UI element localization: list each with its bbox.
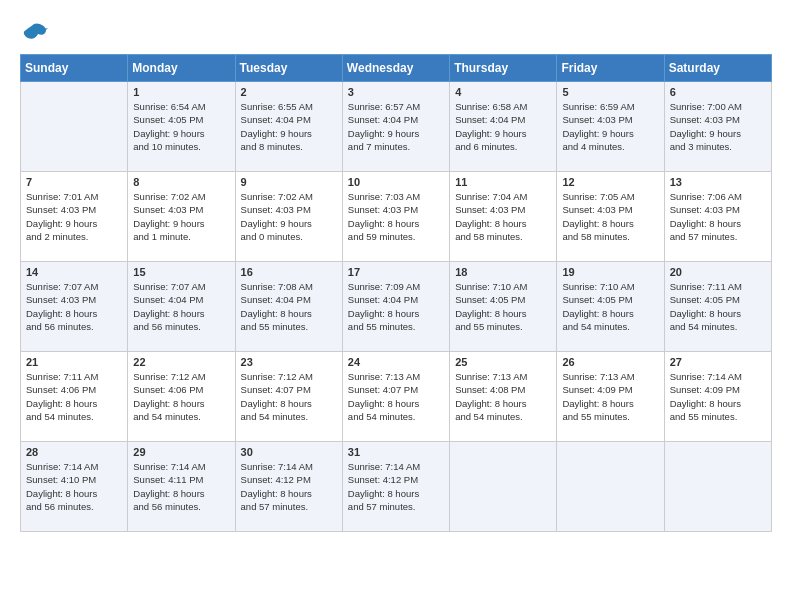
calendar-cell: 15Sunrise: 7:07 AM Sunset: 4:04 PM Dayli… bbox=[128, 262, 235, 352]
day-info: Sunrise: 7:08 AM Sunset: 4:04 PM Dayligh… bbox=[241, 280, 337, 333]
day-number: 22 bbox=[133, 356, 229, 368]
day-info: Sunrise: 7:12 AM Sunset: 4:06 PM Dayligh… bbox=[133, 370, 229, 423]
calendar-cell: 2Sunrise: 6:55 AM Sunset: 4:04 PM Daylig… bbox=[235, 82, 342, 172]
day-info: Sunrise: 7:13 AM Sunset: 4:09 PM Dayligh… bbox=[562, 370, 658, 423]
calendar-cell: 5Sunrise: 6:59 AM Sunset: 4:03 PM Daylig… bbox=[557, 82, 664, 172]
day-info: Sunrise: 7:13 AM Sunset: 4:07 PM Dayligh… bbox=[348, 370, 444, 423]
logo-bird-icon bbox=[20, 20, 48, 44]
header-day-sunday: Sunday bbox=[21, 55, 128, 82]
day-number: 31 bbox=[348, 446, 444, 458]
day-info: Sunrise: 7:04 AM Sunset: 4:03 PM Dayligh… bbox=[455, 190, 551, 243]
day-info: Sunrise: 7:10 AM Sunset: 4:05 PM Dayligh… bbox=[562, 280, 658, 333]
calendar-cell: 24Sunrise: 7:13 AM Sunset: 4:07 PM Dayli… bbox=[342, 352, 449, 442]
day-number: 3 bbox=[348, 86, 444, 98]
header-day-saturday: Saturday bbox=[664, 55, 771, 82]
calendar-cell: 22Sunrise: 7:12 AM Sunset: 4:06 PM Dayli… bbox=[128, 352, 235, 442]
day-info: Sunrise: 7:14 AM Sunset: 4:09 PM Dayligh… bbox=[670, 370, 766, 423]
calendar-cell: 16Sunrise: 7:08 AM Sunset: 4:04 PM Dayli… bbox=[235, 262, 342, 352]
day-info: Sunrise: 7:02 AM Sunset: 4:03 PM Dayligh… bbox=[241, 190, 337, 243]
day-number: 6 bbox=[670, 86, 766, 98]
calendar-cell: 23Sunrise: 7:12 AM Sunset: 4:07 PM Dayli… bbox=[235, 352, 342, 442]
calendar-week-1: 1Sunrise: 6:54 AM Sunset: 4:05 PM Daylig… bbox=[21, 82, 772, 172]
calendar-cell: 1Sunrise: 6:54 AM Sunset: 4:05 PM Daylig… bbox=[128, 82, 235, 172]
day-number: 14 bbox=[26, 266, 122, 278]
calendar-cell bbox=[21, 82, 128, 172]
page-header bbox=[20, 20, 772, 44]
calendar-cell: 21Sunrise: 7:11 AM Sunset: 4:06 PM Dayli… bbox=[21, 352, 128, 442]
calendar-cell: 14Sunrise: 7:07 AM Sunset: 4:03 PM Dayli… bbox=[21, 262, 128, 352]
calendar-cell: 17Sunrise: 7:09 AM Sunset: 4:04 PM Dayli… bbox=[342, 262, 449, 352]
calendar-cell: 3Sunrise: 6:57 AM Sunset: 4:04 PM Daylig… bbox=[342, 82, 449, 172]
day-number: 1 bbox=[133, 86, 229, 98]
day-info: Sunrise: 7:14 AM Sunset: 4:12 PM Dayligh… bbox=[241, 460, 337, 513]
calendar-cell: 20Sunrise: 7:11 AM Sunset: 4:05 PM Dayli… bbox=[664, 262, 771, 352]
day-number: 7 bbox=[26, 176, 122, 188]
day-info: Sunrise: 6:55 AM Sunset: 4:04 PM Dayligh… bbox=[241, 100, 337, 153]
day-info: Sunrise: 7:09 AM Sunset: 4:04 PM Dayligh… bbox=[348, 280, 444, 333]
day-number: 8 bbox=[133, 176, 229, 188]
day-number: 13 bbox=[670, 176, 766, 188]
day-info: Sunrise: 7:07 AM Sunset: 4:03 PM Dayligh… bbox=[26, 280, 122, 333]
day-info: Sunrise: 6:58 AM Sunset: 4:04 PM Dayligh… bbox=[455, 100, 551, 153]
day-info: Sunrise: 7:12 AM Sunset: 4:07 PM Dayligh… bbox=[241, 370, 337, 423]
day-number: 28 bbox=[26, 446, 122, 458]
day-info: Sunrise: 7:14 AM Sunset: 4:10 PM Dayligh… bbox=[26, 460, 122, 513]
day-info: Sunrise: 7:11 AM Sunset: 4:05 PM Dayligh… bbox=[670, 280, 766, 333]
calendar-cell: 6Sunrise: 7:00 AM Sunset: 4:03 PM Daylig… bbox=[664, 82, 771, 172]
day-number: 24 bbox=[348, 356, 444, 368]
day-number: 15 bbox=[133, 266, 229, 278]
calendar-cell: 28Sunrise: 7:14 AM Sunset: 4:10 PM Dayli… bbox=[21, 442, 128, 532]
day-info: Sunrise: 7:05 AM Sunset: 4:03 PM Dayligh… bbox=[562, 190, 658, 243]
calendar-cell: 9Sunrise: 7:02 AM Sunset: 4:03 PM Daylig… bbox=[235, 172, 342, 262]
day-number: 21 bbox=[26, 356, 122, 368]
day-number: 29 bbox=[133, 446, 229, 458]
day-info: Sunrise: 7:11 AM Sunset: 4:06 PM Dayligh… bbox=[26, 370, 122, 423]
logo bbox=[20, 20, 52, 44]
calendar-cell: 19Sunrise: 7:10 AM Sunset: 4:05 PM Dayli… bbox=[557, 262, 664, 352]
day-number: 10 bbox=[348, 176, 444, 188]
day-info: Sunrise: 7:14 AM Sunset: 4:11 PM Dayligh… bbox=[133, 460, 229, 513]
calendar-cell: 27Sunrise: 7:14 AM Sunset: 4:09 PM Dayli… bbox=[664, 352, 771, 442]
day-number: 25 bbox=[455, 356, 551, 368]
day-number: 26 bbox=[562, 356, 658, 368]
day-info: Sunrise: 7:00 AM Sunset: 4:03 PM Dayligh… bbox=[670, 100, 766, 153]
day-number: 16 bbox=[241, 266, 337, 278]
day-info: Sunrise: 7:07 AM Sunset: 4:04 PM Dayligh… bbox=[133, 280, 229, 333]
calendar-cell: 29Sunrise: 7:14 AM Sunset: 4:11 PM Dayli… bbox=[128, 442, 235, 532]
day-number: 11 bbox=[455, 176, 551, 188]
day-info: Sunrise: 7:02 AM Sunset: 4:03 PM Dayligh… bbox=[133, 190, 229, 243]
day-info: Sunrise: 7:13 AM Sunset: 4:08 PM Dayligh… bbox=[455, 370, 551, 423]
calendar-week-4: 21Sunrise: 7:11 AM Sunset: 4:06 PM Dayli… bbox=[21, 352, 772, 442]
day-number: 18 bbox=[455, 266, 551, 278]
header-day-tuesday: Tuesday bbox=[235, 55, 342, 82]
calendar-cell: 7Sunrise: 7:01 AM Sunset: 4:03 PM Daylig… bbox=[21, 172, 128, 262]
day-number: 4 bbox=[455, 86, 551, 98]
day-number: 5 bbox=[562, 86, 658, 98]
calendar-cell bbox=[450, 442, 557, 532]
day-number: 17 bbox=[348, 266, 444, 278]
calendar-cell: 25Sunrise: 7:13 AM Sunset: 4:08 PM Dayli… bbox=[450, 352, 557, 442]
header-day-thursday: Thursday bbox=[450, 55, 557, 82]
calendar-cell: 11Sunrise: 7:04 AM Sunset: 4:03 PM Dayli… bbox=[450, 172, 557, 262]
calendar-cell: 13Sunrise: 7:06 AM Sunset: 4:03 PM Dayli… bbox=[664, 172, 771, 262]
calendar-cell: 4Sunrise: 6:58 AM Sunset: 4:04 PM Daylig… bbox=[450, 82, 557, 172]
day-info: Sunrise: 7:01 AM Sunset: 4:03 PM Dayligh… bbox=[26, 190, 122, 243]
calendar-table: SundayMondayTuesdayWednesdayThursdayFrid… bbox=[20, 54, 772, 532]
calendar-week-2: 7Sunrise: 7:01 AM Sunset: 4:03 PM Daylig… bbox=[21, 172, 772, 262]
day-number: 2 bbox=[241, 86, 337, 98]
calendar-cell: 10Sunrise: 7:03 AM Sunset: 4:03 PM Dayli… bbox=[342, 172, 449, 262]
header-day-friday: Friday bbox=[557, 55, 664, 82]
calendar-cell: 30Sunrise: 7:14 AM Sunset: 4:12 PM Dayli… bbox=[235, 442, 342, 532]
day-number: 12 bbox=[562, 176, 658, 188]
header-row: SundayMondayTuesdayWednesdayThursdayFrid… bbox=[21, 55, 772, 82]
calendar-cell bbox=[664, 442, 771, 532]
calendar-cell: 18Sunrise: 7:10 AM Sunset: 4:05 PM Dayli… bbox=[450, 262, 557, 352]
calendar-cell: 12Sunrise: 7:05 AM Sunset: 4:03 PM Dayli… bbox=[557, 172, 664, 262]
calendar-cell: 31Sunrise: 7:14 AM Sunset: 4:12 PM Dayli… bbox=[342, 442, 449, 532]
calendar-cell bbox=[557, 442, 664, 532]
calendar-cell: 8Sunrise: 7:02 AM Sunset: 4:03 PM Daylig… bbox=[128, 172, 235, 262]
day-number: 20 bbox=[670, 266, 766, 278]
day-number: 23 bbox=[241, 356, 337, 368]
day-number: 9 bbox=[241, 176, 337, 188]
calendar-week-3: 14Sunrise: 7:07 AM Sunset: 4:03 PM Dayli… bbox=[21, 262, 772, 352]
